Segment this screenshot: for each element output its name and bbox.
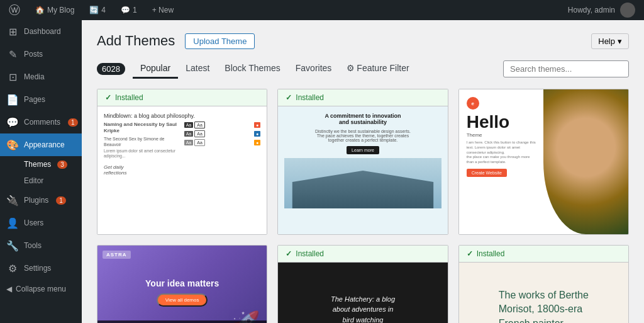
theme-count-badge: 6028 (97, 63, 125, 75)
themes-badge: 3 (57, 161, 67, 169)
tab-block-themes[interactable]: Block Themes (217, 59, 287, 79)
theme-preview: The works of BertheMorisot, 1800s-eraFre… (459, 263, 628, 323)
preview-text: The works of BertheMorisot, 1800s-eraFre… (499, 288, 589, 323)
theme-preview: A commitment to innovationand sustainabi… (278, 106, 447, 235)
site-name: My Blog (47, 6, 74, 14)
page-title: Add Themes (97, 33, 175, 49)
preview-col2: Aa Aa ● Aa Aa ● Aa Aa (184, 122, 261, 159)
tab-feature-filter[interactable]: ⚙Feature Filter (339, 59, 416, 79)
comments-icon: 💬 (121, 6, 130, 14)
preview-text: The Hatchery: a blogabout adventures inb… (331, 294, 395, 323)
help-button[interactable]: Help ▾ (591, 33, 629, 49)
users-icon: 👤 (6, 217, 19, 229)
installed-banner: ✓ Installed (459, 246, 628, 263)
theme-card-hello-elementor[interactable]: e Hello Theme I am here. Click this butt… (458, 89, 629, 235)
theme-card-berthe[interactable]: ✓ Installed The works of BertheMorisot, … (458, 245, 629, 323)
preview-building (284, 158, 441, 208)
themes-grid: ✓ Installed Mindblown: a blog about phil… (97, 89, 629, 323)
preview-subtitle: Theme (467, 132, 536, 138)
sidebar-item-label: Appearance (24, 140, 65, 149)
details-preview-button[interactable]: Details & Preview (97, 320, 267, 323)
main-layout: ⊞ Dashboard ✎ Posts ⊡ Media 📄 Pages 💬 Co… (0, 20, 644, 323)
sidebar-item-label: Pages (24, 95, 45, 104)
search-themes-input[interactable] (503, 60, 629, 77)
preview-cta: Create Website (467, 169, 507, 177)
comments-count: 1 (133, 6, 137, 14)
theme-preview: The Hatchery: a blogabout adventures inb… (278, 263, 447, 323)
preview-title: Hello (467, 113, 536, 131)
upload-theme-button[interactable]: Upload Theme (185, 33, 255, 49)
sidebar-item-label: Media (24, 72, 45, 81)
collapse-icon: ◀ (6, 285, 12, 293)
sidebar-item-plugins[interactable]: 🔌 Plugins 1 (0, 189, 82, 212)
posts-icon: ✎ (6, 48, 19, 60)
chevron-down-icon: ▾ (618, 37, 622, 46)
wp-logo-item[interactable]: ⓦ (5, 0, 24, 20)
check-icon: ✓ (467, 249, 473, 258)
sidebar-item-label: Plugins (24, 196, 48, 205)
sidebar-sub-editor[interactable]: Editor (0, 173, 82, 189)
appearance-icon: 🎨 (6, 139, 19, 151)
sidebar-item-pages[interactable]: 📄 Pages (0, 88, 82, 111)
sidebar-item-comments[interactable]: 💬 Comments 1 (0, 111, 82, 133)
astra-headline: Your idea matters (145, 278, 219, 288)
site-name-item[interactable]: 🏠 My Blog (31, 0, 78, 20)
theme-preview: e Hello Theme I am here. Click this butt… (459, 89, 628, 234)
preview-left: e Hello Theme I am here. Click this butt… (459, 89, 544, 234)
theme-card-twentytwentythree[interactable]: ✓ Installed Mindblown: a blog about phil… (97, 89, 267, 235)
sidebar-item-dashboard[interactable]: ⊞ Dashboard (0, 20, 82, 43)
howdy-item[interactable]: Howdy, admin (564, 0, 639, 20)
preview-photo (543, 89, 628, 234)
new-content-item[interactable]: + New (148, 0, 177, 20)
sidebar-item-label: Comments (24, 118, 60, 127)
tab-favorites[interactable]: Favorites (288, 59, 340, 79)
avatar-icon (620, 3, 635, 18)
updates-item[interactable]: 🔄 4 (86, 0, 109, 20)
installed-label: Installed (296, 93, 324, 102)
sidebar-item-appearance[interactable]: 🎨 Appearance (0, 133, 82, 156)
check-icon: ✓ (286, 93, 292, 102)
astra-cta: View all demos (157, 293, 208, 307)
comments-item[interactable]: 💬 1 (117, 0, 141, 20)
sidebar-item-media[interactable]: ⊡ Media (0, 65, 82, 88)
collapse-menu-item[interactable]: ◀ Collapse menu (0, 280, 82, 298)
comments-badge: 1 (68, 118, 78, 127)
sidebar: ⊞ Dashboard ✎ Posts ⊡ Media 📄 Pages 💬 Co… (0, 20, 82, 323)
sidebar-item-label: Dashboard (24, 27, 61, 36)
elementor-badge: e (467, 97, 479, 110)
preview-col1: Naming and Necessity by Saul Kripke The … (104, 122, 180, 159)
preview-text: Mindblown: a blog about philosophy. (104, 113, 260, 119)
plugins-badge: 1 (56, 196, 66, 205)
plugins-icon: 🔌 (6, 195, 19, 207)
updates-icon: 🔄 (89, 6, 99, 14)
content-area: Add Themes Upload Theme Help ▾ 6028 Popu… (82, 20, 644, 323)
tools-icon: 🔧 (6, 240, 19, 252)
sidebar-item-settings[interactable]: ⚙ Settings (0, 257, 82, 280)
preview-desc: I am here. Click this button to change t… (467, 140, 536, 165)
preview-cta: Learn more (347, 146, 379, 154)
theme-card-astra[interactable]: ASTRA Your idea matters View all demos 🚀… (97, 245, 267, 323)
theme-card-twentytwentyfour[interactable]: ✓ Installed A commitment to innovationan… (277, 89, 448, 235)
tab-latest[interactable]: Latest (178, 59, 217, 79)
theme-card-hatchery[interactable]: ✓ Installed The Hatchery: a blogabout ad… (277, 245, 448, 323)
admin-bar: ⓦ 🏠 My Blog 🔄 4 💬 1 + New Howdy, admin (0, 0, 644, 20)
check-icon: ✓ (286, 249, 292, 258)
admin-bar-right: Howdy, admin (564, 0, 639, 20)
new-label: + New (152, 6, 174, 14)
sidebar-item-label: Users (24, 218, 43, 227)
astra-brand: ASTRA (103, 251, 131, 259)
installed-banner: ✓ Installed (278, 89, 447, 106)
building-shape (284, 171, 441, 208)
sidebar-item-tools[interactable]: 🔧 Tools (0, 234, 82, 257)
installed-label: Installed (477, 249, 505, 258)
media-icon: ⊡ (6, 71, 19, 83)
comments-icon: 💬 (6, 116, 19, 128)
hello-feature-bar: ☼Drag and Destroy ◇There's lots of solut… (459, 234, 628, 235)
sidebar-item-users[interactable]: 👤 Users (0, 212, 82, 234)
tab-popular[interactable]: Popular (133, 59, 178, 79)
sidebar-sub-themes[interactable]: Themes 3 (0, 156, 82, 173)
pages-icon: 📄 (6, 94, 19, 106)
sidebar-item-label: Settings (24, 264, 51, 273)
preview-right (543, 89, 628, 234)
sidebar-item-posts[interactable]: ✎ Posts (0, 43, 82, 65)
